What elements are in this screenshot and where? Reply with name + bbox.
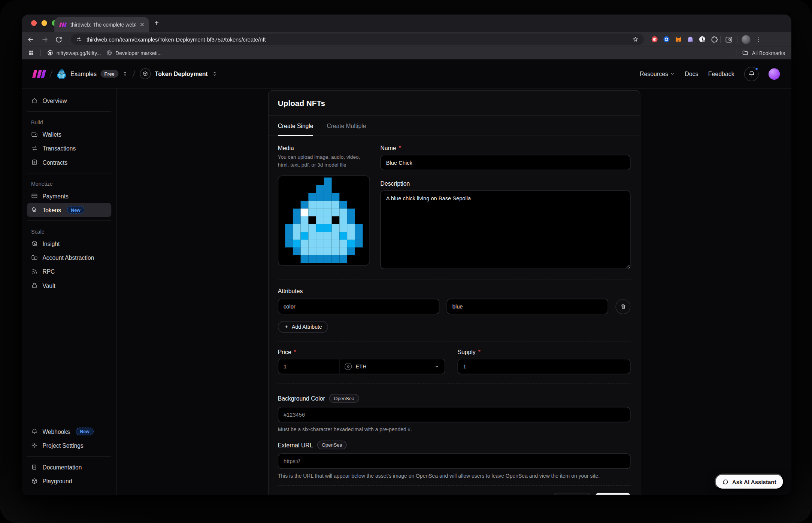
feedback-link[interactable]: Feedback xyxy=(708,71,734,77)
browser-window: thirdweb: The complete web3 ✕ + thirdweb… xyxy=(22,15,791,495)
browser-tab-bar: thirdweb: The complete web3 ✕ + xyxy=(22,15,791,32)
minimize-window-button[interactable] xyxy=(42,20,47,26)
supply-input[interactable] xyxy=(458,359,631,374)
sidebar-item-wallets[interactable]: Wallets xyxy=(27,127,111,141)
required-asterisk: * xyxy=(294,349,296,355)
breadcrumb-team[interactable]: Examples xyxy=(70,71,97,77)
attribute-value-input[interactable] xyxy=(447,299,608,314)
back-button[interactable]: Back xyxy=(554,493,590,495)
extension-ghost-icon[interactable] xyxy=(687,36,694,43)
file-icon xyxy=(31,159,38,165)
book-icon xyxy=(31,464,38,471)
bookmark-star-icon[interactable] xyxy=(632,36,639,43)
chat-bubble-icon xyxy=(722,478,729,485)
docs-link[interactable]: Docs xyxy=(685,71,698,77)
url-text: thirdweb.com/team/examples/Token-Deploym… xyxy=(87,36,628,43)
background-color-input[interactable] xyxy=(278,407,631,422)
address-bar[interactable]: thirdweb.com/team/examples/Token-Deploym… xyxy=(71,34,643,45)
team-avatar xyxy=(57,69,66,79)
notifications-button[interactable] xyxy=(744,67,759,81)
description-textarea[interactable]: A blue chick living on Base Sepolia xyxy=(381,191,631,269)
sidebar-item-label: Account Abstraction xyxy=(42,255,94,261)
thirdweb-logo-icon[interactable] xyxy=(33,70,45,78)
swap-icon xyxy=(31,145,38,152)
sidebar-divider xyxy=(27,221,111,221)
team-switcher-icon[interactable] xyxy=(122,71,128,76)
sidebar-item-webhooks[interactable]: WebhooksNew xyxy=(27,425,111,438)
sidebar-item-payments[interactable]: Payments xyxy=(27,189,111,203)
browser-menu-icon[interactable]: ⋮ xyxy=(755,36,761,43)
sidebar-item-label: Transactions xyxy=(42,145,76,152)
toolbar-divider xyxy=(737,36,737,43)
reload-icon[interactable] xyxy=(55,36,63,43)
bookmarks-bar: niftyswap.gg/Nifty...Developer marketi..… xyxy=(22,46,791,60)
chevron-down-icon xyxy=(670,72,675,76)
supply-label: Supply xyxy=(458,349,476,355)
forward-icon[interactable] xyxy=(41,36,49,43)
sidebar-item-rpc[interactable]: RPC xyxy=(27,265,111,279)
breadcrumb-slash xyxy=(49,70,52,77)
sidebar-item-overview[interactable]: Overview xyxy=(27,94,111,107)
extension-blue-icon[interactable] xyxy=(663,36,670,43)
extension-red-icon[interactable] xyxy=(651,36,658,43)
trash-icon xyxy=(620,303,626,310)
project-switcher-icon[interactable] xyxy=(212,71,218,76)
apps-grid-icon[interactable] xyxy=(28,50,34,56)
eth-icon xyxy=(345,363,352,370)
account-avatar[interactable] xyxy=(769,68,780,79)
resources-menu[interactable]: Resources xyxy=(640,71,675,77)
add-attribute-button[interactable]: Add Attribute xyxy=(278,321,328,333)
back-icon[interactable] xyxy=(27,36,35,43)
browser-profile-avatar[interactable] xyxy=(742,35,751,44)
currency-select[interactable]: ETH xyxy=(339,359,445,374)
extension-fox-icon[interactable] xyxy=(675,36,682,43)
external-url-helper: This is the URL that will appear below t… xyxy=(278,473,631,479)
tab-create-multiple[interactable]: Create Multiple xyxy=(327,116,366,136)
name-input[interactable] xyxy=(381,155,631,170)
sidebar-item-tokens[interactable]: TokensNew xyxy=(27,203,111,217)
nft-image xyxy=(285,178,363,263)
next-button[interactable]: Next xyxy=(596,493,630,495)
breadcrumb-project[interactable]: Token Deployment xyxy=(155,71,208,77)
tab-close-icon[interactable]: ✕ xyxy=(140,21,145,28)
external-url-label: External URL xyxy=(278,442,313,448)
close-window-button[interactable] xyxy=(31,20,37,26)
ask-ai-assistant-button[interactable]: Ask AI Assistant xyxy=(715,474,784,490)
tab-title: thirdweb: The complete web3 xyxy=(70,22,136,27)
window-controls[interactable] xyxy=(31,20,58,26)
browser-tab[interactable]: thirdweb: The complete web3 ✕ xyxy=(54,17,149,32)
price-input[interactable] xyxy=(278,359,339,374)
sidebar-item-transactions[interactable]: Transactions xyxy=(27,141,111,155)
external-url-input[interactable] xyxy=(278,453,631,469)
sidebar-item-vault[interactable]: Vault xyxy=(27,279,111,292)
sidebar-item-label: Insight xyxy=(42,240,60,247)
sidebar-item-project-settings[interactable]: Project Settings xyxy=(27,438,111,452)
bookmark-item[interactable]: niftyswap.gg/Nifty... xyxy=(47,50,101,56)
sidebar-item-contracts[interactable]: Contracts xyxy=(27,155,111,169)
new-tab-button[interactable]: + xyxy=(154,19,159,27)
bookmark-label: Developer marketi... xyxy=(115,50,162,55)
site-settings-icon[interactable] xyxy=(76,36,82,43)
card-icon xyxy=(31,192,38,199)
sidebar-item-playground[interactable]: Playground xyxy=(27,474,111,488)
tab-create-single[interactable]: Create Single xyxy=(278,116,313,136)
extensions-puzzle-icon[interactable] xyxy=(710,36,718,43)
all-bookmarks-label[interactable]: All Bookmarks xyxy=(752,50,785,55)
toolbar-divider xyxy=(720,36,721,43)
plus-icon xyxy=(284,325,288,329)
sidebar-item-insight[interactable]: Insight xyxy=(27,237,111,250)
sidebar-item-documentation[interactable]: Documentation xyxy=(27,460,111,474)
media-upload-preview[interactable] xyxy=(278,175,370,265)
delete-attribute-button[interactable] xyxy=(615,299,630,314)
sidebar-item-label: Project Settings xyxy=(42,442,83,448)
tab-search-panel-icon[interactable] xyxy=(725,36,733,43)
media-helper: You can upload image, audio, video, html… xyxy=(278,154,370,169)
sidebar-divider xyxy=(27,111,111,112)
attribute-name-input[interactable] xyxy=(278,299,439,314)
sidebar-divider xyxy=(27,173,111,173)
bookmark-item[interactable]: Developer marketi... xyxy=(106,50,162,56)
attributes-label: Attributes xyxy=(278,288,631,294)
extension-clock-icon[interactable] xyxy=(699,36,706,43)
sidebar-item-account-abstraction[interactable]: Account Abstraction xyxy=(27,250,111,264)
sidebar-item-label: Vault xyxy=(42,282,55,289)
